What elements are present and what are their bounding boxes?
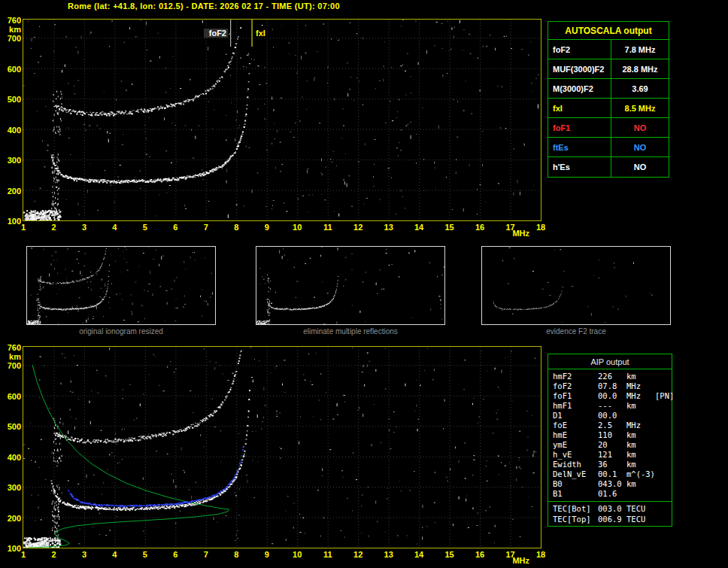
x-tick-label: 10	[293, 550, 302, 559]
autoscala-row-label: foF1	[548, 118, 611, 138]
y-tick-label: 500	[2, 422, 21, 431]
autoscala-row-label: fxI	[548, 99, 611, 118]
y-tick-label: 300	[2, 483, 21, 492]
aip-value: 006.9	[598, 514, 626, 524]
aip-extra	[655, 450, 672, 460]
aip-unit	[626, 411, 655, 421]
x-axis-unit-label: MHz	[512, 229, 529, 238]
autoscala-row: ftEsNO	[548, 138, 669, 157]
x-tick-label: 12	[353, 223, 362, 232]
aip-name: hmF2	[553, 372, 598, 381]
panel-canvas-original	[27, 247, 215, 324]
autoscala-row-label: foF2	[548, 40, 611, 59]
x-tick-label: 8	[234, 550, 238, 559]
autoscala-row-value: NO	[611, 157, 669, 177]
autoscala-row: M(3000)F23.69	[548, 79, 669, 99]
y-tick-label: 200	[2, 187, 21, 196]
aip-unit: TECU	[626, 503, 655, 514]
aip-name: DelN_vE	[553, 469, 598, 479]
aip-unit: km	[626, 479, 655, 489]
autoscala-row-value: NO	[611, 118, 669, 138]
aip-extra	[655, 460, 672, 469]
y-tick-label: 600	[2, 65, 21, 74]
y-tick-label: 400	[2, 126, 21, 135]
aip-value: 226	[598, 372, 626, 381]
ionogram-canvas-top	[23, 20, 541, 220]
aip-row: B101.6	[548, 489, 672, 499]
y-axis-unit-label: km	[2, 352, 21, 361]
aip-value: 00.1	[598, 469, 626, 479]
aip-extra	[655, 469, 672, 479]
ionogram-canvas-bottom	[23, 347, 541, 548]
aip-name: hmF1	[553, 401, 598, 411]
x-tick-label: 1	[21, 223, 26, 232]
autoscala-row: foF27.8 MHz	[548, 40, 669, 59]
x-tick-label: 12	[353, 550, 362, 559]
x-tick-label: 6	[173, 223, 177, 232]
aip-name: TEC[Bot]	[553, 503, 598, 514]
x-tick-label: 2	[51, 223, 56, 232]
autoscala-row-label: MUF(3000)F2	[548, 59, 611, 79]
x-tick-label: 9	[265, 550, 269, 559]
aip-row: TEC[Top]006.9TECU	[548, 514, 672, 524]
aip-output-table: AIP output hmF2226kmfoF207.8MHzfoF100.0M…	[548, 354, 672, 527]
aip-extra	[655, 479, 672, 489]
panel-caption: original ionogram resized	[26, 327, 216, 336]
autoscala-row: fxI8.5 MHz	[548, 99, 669, 118]
autoscala-row-value: 28.8 MHz	[611, 59, 669, 79]
aip-value: 110	[598, 430, 626, 440]
autoscala-table-body: foF27.8 MHzMUF(3000)F228.8 MHzM(3000)F23…	[548, 40, 669, 177]
aip-name: D1	[553, 411, 598, 421]
aip-row: foF207.8MHz	[548, 381, 672, 391]
aip-value: 043.0	[598, 479, 626, 489]
autoscala-row-label: h'Es	[548, 157, 611, 177]
aip-row: hmF1---km	[548, 401, 672, 411]
aip-unit: m^(-3)	[626, 469, 655, 479]
aip-row: ymE20km	[548, 440, 672, 450]
aip-unit: km	[626, 450, 655, 460]
aip-table-body: hmF2226kmfoF207.8MHzfoF100.0MHz[PN]hmF1-…	[548, 369, 672, 526]
x-tick-label: 11	[323, 223, 332, 232]
y-tick-label: 600	[2, 392, 21, 401]
aip-unit: MHz	[626, 381, 655, 391]
x-tick-label: 3	[82, 550, 86, 559]
x-axis-unit-label: MHz	[512, 556, 529, 565]
aip-unit	[626, 489, 655, 499]
panel-eliminate-reflections	[256, 246, 445, 325]
aip-name: h_vE	[553, 450, 598, 460]
foF2-marker-label: foF2	[204, 29, 228, 38]
aip-extra	[655, 489, 672, 499]
x-tick-label: 18	[536, 223, 545, 232]
x-tick-label: 11	[323, 550, 332, 559]
panel-canvas-reflections	[256, 247, 444, 324]
aip-unit: km	[626, 460, 655, 469]
aip-name: foE	[553, 421, 598, 430]
panel-caption: eliminate multiple reflections	[256, 327, 445, 336]
x-tick-label: 15	[444, 550, 453, 559]
panel-original-ionogram	[26, 246, 216, 325]
ionogram-plot-bottom	[23, 346, 541, 548]
y-tick-label: 100	[2, 544, 21, 553]
x-tick-label: 5	[143, 550, 147, 559]
aip-value: 36	[598, 460, 626, 469]
x-tick-label: 4	[112, 550, 117, 559]
aip-name: B1	[553, 489, 598, 499]
autoscala-row-value: 8.5 MHz	[611, 99, 669, 118]
aip-value: 121	[598, 450, 626, 460]
x-tick-label: 5	[143, 223, 147, 232]
aip-unit: km	[626, 430, 655, 440]
autoscala-row-value: 3.69	[611, 79, 669, 99]
x-tick-label: 18	[536, 550, 545, 559]
aip-value: 00.0	[598, 391, 626, 401]
aip-extra	[655, 411, 672, 421]
x-tick-label: 14	[414, 223, 423, 232]
ionogram-plot-top: foF2 fxI	[23, 19, 541, 221]
y-tick-label: 300	[2, 156, 21, 165]
x-tick-label: 14	[414, 550, 423, 559]
x-tick-label: 7	[204, 223, 208, 232]
x-tick-label: 3	[82, 223, 86, 232]
autoscala-row-value: 7.8 MHz	[611, 40, 669, 59]
y-tick-label: 500	[2, 95, 21, 104]
aip-section-divider	[548, 501, 672, 502]
y-tick-label: 200	[2, 514, 21, 523]
